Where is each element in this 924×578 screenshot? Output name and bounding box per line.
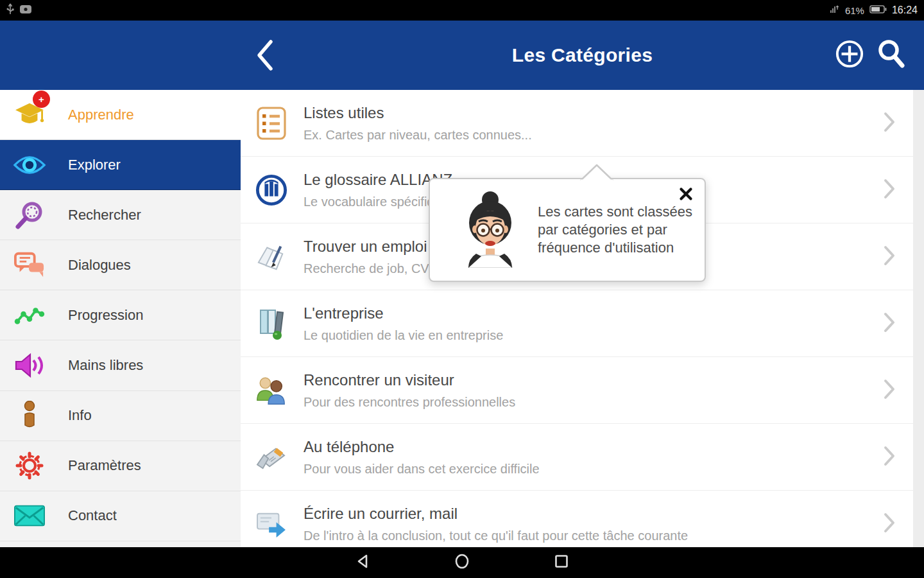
category-list: Listes utiles Ex. Cartes par niveau, car… [241,90,924,547]
eye-icon [13,149,46,181]
assistant-avatar [459,189,521,270]
books-icon [255,306,288,341]
notification-badge: + [33,91,50,108]
category-subtitle: Pour des rencontres professionnelles [304,395,515,410]
category-subtitle: Pour vous aider dans cet exercice diffic… [304,462,540,477]
tooltip-text: Les cartes sont classées par catégories … [538,203,703,257]
sidebar-menu: Apprendre Explorer Rechercher Dialogues … [0,90,241,541]
nav-home-button[interactable] [454,554,470,571]
envelope-icon [13,500,46,532]
chevron-right-icon [883,245,896,269]
category-title: Écrire un courrier, mail [304,505,688,523]
category-title: Trouver un emploi [304,238,439,256]
info-icon [13,399,46,432]
sidebar-item-info[interactable]: Info [0,391,241,441]
category-title: Listes utiles [304,104,532,122]
chevron-right-icon [883,111,896,136]
mail-arrow-icon [255,507,288,541]
add-button[interactable] [834,40,865,71]
fax-phone-icon [255,440,288,475]
speaker-icon [13,349,46,381]
people-icon [255,373,288,408]
sidebar-item-label: Explorer [68,157,121,173]
chevron-right-icon [883,178,896,202]
usb-icon [6,3,14,17]
chevron-right-icon [883,512,896,536]
documents-pen-icon [255,240,288,274]
sidebar-item-label: Rechercher [68,207,141,223]
search-icon [877,39,905,72]
sidebar-item-progression[interactable]: Progression [0,290,241,340]
magnifier-icon [13,199,46,231]
category-subtitle: Recherche de job, CV... [304,261,439,276]
nav-home-icon [454,553,470,572]
status-time: 16:24 [892,4,918,16]
gear-icon [13,450,46,482]
search-button[interactable] [875,40,906,71]
add-icon [835,39,864,71]
android-nav-bar [0,547,924,578]
category-title: L'entreprise [304,304,503,322]
sidebar-item-label: Progression [68,307,143,324]
list-icon [255,106,288,141]
status-bar: 61% 16:24 [0,0,924,21]
chevron-right-icon [883,311,896,336]
sidebar-item-dialogues[interactable]: Dialogues [0,240,241,290]
network-activity-icon [830,4,840,16]
allianz-logo-icon [255,173,288,207]
sidebar-item-explorer[interactable]: Explorer [0,140,241,190]
sidebar-item-label: Dialogues [68,257,131,274]
sidebar-item-label: Mains libres [68,357,143,374]
category-row[interactable]: Écrire un courrier, mail De l'intro à la… [241,491,924,547]
category-subtitle: Le quotidien de la vie en entreprise [304,328,503,343]
app-bar: Les Catégories [0,21,924,90]
app-screen: 61% 16:24 Les Catégories [0,0,924,578]
sidebar-item-label: Info [68,407,92,424]
assistant-tooltip: Les cartes sont classées par catégories … [429,178,706,282]
screen-record-icon [19,4,32,17]
category-title: Au téléphone [304,438,540,456]
sidebar-item-label: Apprendre [68,107,134,123]
nav-recents-button[interactable] [553,554,570,571]
sidebar-item-contact[interactable]: Contact [0,491,241,541]
category-row[interactable]: Au téléphone Pour vous aider dans cet ex… [241,424,924,491]
nav-back-icon [354,553,371,572]
sidebar-item-parametres[interactable]: Paramètres [0,441,241,491]
sidebar-item-label: Contact [68,507,117,524]
category-row[interactable]: L'entreprise Le quotidien de la vie en e… [241,290,924,357]
sidebar-item-label: Paramètres [68,457,141,474]
chat-bubbles-icon [13,249,46,281]
category-title: Rencontrer un visiteur [304,371,515,389]
page-title: Les Catégories [241,21,924,90]
sidebar-item-mains-libres[interactable]: Mains libres [0,340,241,390]
chevron-right-icon [883,378,896,403]
sidebar: Apprendre Explorer Rechercher Dialogues … [0,90,241,547]
tooltip-close-button[interactable] [678,187,694,204]
category-subtitle: De l'intro à la conclusion, tout ce qu'i… [304,529,688,543]
category-subtitle: Ex. Cartes par niveau, cartes connues... [304,128,532,143]
battery-percent: 61% [845,5,864,16]
category-row[interactable]: Rencontrer un visiteur Pour des rencontr… [241,357,924,424]
nav-back-button[interactable] [354,554,371,571]
nav-recents-icon [553,553,570,572]
line-chart-icon [13,299,46,331]
sidebar-item-rechercher[interactable]: Rechercher [0,190,241,240]
category-row[interactable]: Listes utiles Ex. Cartes par niveau, car… [241,90,924,157]
chevron-right-icon [883,445,896,469]
battery-icon [869,4,887,16]
scrollbar-track[interactable] [913,90,924,547]
close-icon [679,187,693,204]
